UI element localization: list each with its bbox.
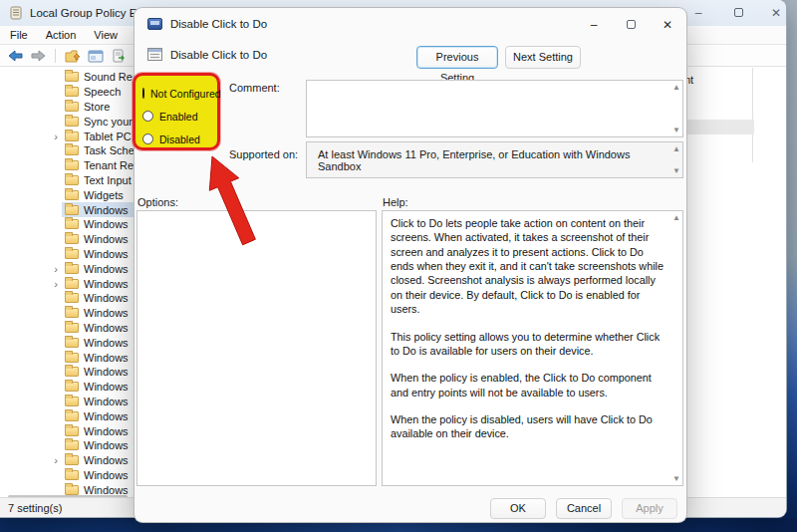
folder-icon (65, 219, 79, 229)
folder-icon (65, 382, 79, 392)
radio-label: Disabled (159, 133, 200, 145)
back-icon[interactable] (7, 48, 24, 64)
tree-item-label: Text Input (84, 174, 132, 186)
tree-item-label: Task Sche (84, 144, 134, 156)
tree-item-label: Windows (84, 396, 129, 407)
policy-dialog-icon (147, 18, 162, 30)
menu-view[interactable]: View (94, 29, 118, 41)
comment-input[interactable]: ▲ ▼ (306, 80, 683, 137)
tree-item-label: Windows (84, 292, 129, 304)
folder-action-icon[interactable] (64, 48, 81, 64)
tree-item-label: Windows (84, 454, 129, 466)
folder-icon (65, 470, 79, 480)
status-text: 7 setting(s) (8, 502, 62, 514)
help-paragraph: When the policy is enabled, the Click to… (391, 371, 664, 399)
folder-icon (65, 440, 79, 450)
tree-item-label: Windows (84, 263, 129, 275)
folder-icon (65, 308, 79, 318)
supported-on-label: Supported on: (229, 148, 298, 160)
forward-icon[interactable] (30, 48, 47, 64)
options-panel (136, 210, 377, 486)
tree-item-label: Windows (84, 233, 129, 245)
dialog-title: Disable Click to Do (170, 18, 267, 30)
ok-button[interactable]: OK (490, 498, 546, 519)
radio-label: Not Configured (150, 88, 221, 100)
tree-item-label: Windows (84, 218, 129, 230)
tree-item-label: Tenant Re (84, 159, 133, 171)
policy-setting-icon (147, 48, 162, 61)
maximize-icon (734, 8, 743, 17)
scroll-up-icon[interactable]: ▲ (672, 144, 680, 153)
radio-enabled[interactable]: Enabled (142, 105, 217, 128)
tree-item-label: Sync your (84, 116, 133, 128)
export-list-icon[interactable] (110, 48, 127, 64)
bg-minimize-button[interactable]: – (683, 2, 713, 23)
folder-icon (65, 72, 79, 82)
toolbar-separator (55, 49, 56, 63)
expand-chevron-icon[interactable]: › (50, 455, 62, 465)
setting-name: Disable Click to Do (170, 49, 267, 61)
radio-disabled[interactable]: Disabled (142, 128, 217, 150)
radio-not-configured[interactable]: Not Configured (142, 82, 217, 105)
right-pane-selected-row[interactable] (685, 120, 754, 134)
folder-icon (65, 87, 79, 97)
dialog-maximize-button[interactable] (616, 14, 646, 35)
dialog-close-button[interactable]: ✕ (653, 14, 682, 35)
folder-icon (65, 117, 79, 127)
radio-group: Not ConfiguredEnabledDisabled (142, 82, 217, 150)
folder-icon (65, 249, 79, 259)
radio-button-icon[interactable] (142, 111, 153, 122)
radio-button-icon[interactable] (142, 133, 153, 144)
next-setting-button[interactable]: Next Setting (505, 46, 581, 69)
expand-chevron-icon[interactable]: › (50, 279, 62, 289)
folder-icon (65, 264, 79, 274)
folder-icon (65, 338, 79, 348)
help-label: Help: (383, 196, 408, 208)
radio-highlight-box: Not ConfiguredEnabledDisabled (133, 73, 220, 150)
apply-button: Apply (622, 498, 677, 519)
folder-icon (65, 234, 79, 244)
tree-item-label: Windows (84, 204, 129, 216)
dialog-minimize-button[interactable]: – (579, 14, 609, 35)
folder-icon (65, 411, 79, 421)
folder-icon (65, 175, 79, 185)
previous-setting-button[interactable]: Previous Setting (416, 46, 498, 69)
folder-icon (65, 397, 79, 406)
menu-action[interactable]: Action (46, 29, 77, 41)
help-paragraph: This policy setting allows you to determ… (391, 330, 664, 359)
scroll-up-icon[interactable]: ▲ (672, 83, 680, 92)
scroll-down-icon[interactable]: ▼ (672, 126, 680, 134)
help-paragraph: When the policy is disabled, users will … (391, 412, 664, 441)
supported-on-value: At least Windows 11 Pro, Enterprise, or … (318, 148, 664, 172)
tree-item-label: Windows (84, 469, 129, 481)
folder-icon (65, 323, 79, 333)
menu-file[interactable]: File (10, 29, 28, 41)
radio-button-icon[interactable] (142, 88, 144, 99)
expand-chevron-icon[interactable]: › (50, 264, 62, 274)
tree-item-label: Widgets (84, 189, 124, 201)
expand-chevron-icon[interactable]: › (50, 132, 62, 141)
help-panel: Click to Do lets people take action on c… (382, 210, 683, 486)
bg-maximize-button[interactable] (723, 2, 753, 23)
folder-icon (65, 132, 79, 141)
cancel-button[interactable]: Cancel (556, 498, 612, 519)
tree-item-label: Tablet PC (84, 131, 132, 142)
console-window-icon[interactable] (87, 48, 104, 64)
tree-item-label: Sound Re (84, 71, 133, 83)
comment-label: Comment: (229, 82, 280, 94)
supported-on-box: At least Windows 11 Pro, Enterprise, or … (306, 141, 683, 178)
folder-icon (65, 426, 79, 436)
help-text: Click to Do lets people take action on c… (383, 211, 668, 485)
tree-item-label: Windows (84, 381, 129, 393)
options-label: Options: (137, 196, 178, 208)
scroll-down-icon[interactable]: ▼ (672, 166, 680, 175)
setting-header: Disable Click to Do (147, 48, 267, 61)
scroll-down-icon[interactable]: ▼ (672, 474, 680, 483)
folder-icon (65, 485, 79, 495)
folder-icon (65, 160, 79, 170)
folder-icon (65, 145, 79, 155)
folder-icon (65, 455, 79, 465)
radio-label: Enabled (159, 111, 198, 123)
bg-close-button[interactable]: ✕ (761, 2, 786, 23)
scroll-up-icon[interactable]: ▲ (672, 213, 680, 222)
